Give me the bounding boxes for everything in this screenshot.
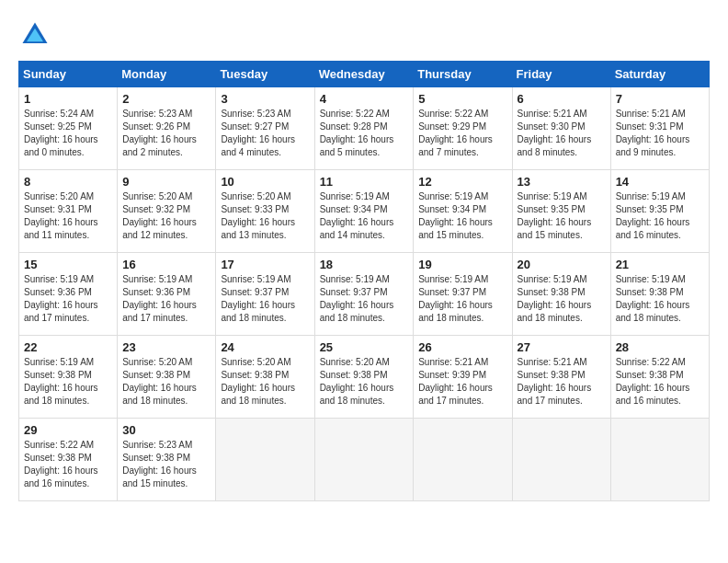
calendar-cell: 22 Sunrise: 5:19 AM Sunset: 9:38 PM Dayl… <box>19 336 118 419</box>
calendar-cell: 13 Sunrise: 5:19 AM Sunset: 9:35 PM Dayl… <box>512 170 610 253</box>
calendar-cell: 7 Sunrise: 5:21 AM Sunset: 9:31 PM Dayli… <box>610 87 709 170</box>
day-number: 12 <box>418 175 506 189</box>
day-number: 27 <box>518 340 606 354</box>
day-info: Sunrise: 5:20 AM Sunset: 9:31 PM Dayligh… <box>24 190 112 242</box>
day-number: 28 <box>616 340 704 354</box>
day-number: 25 <box>320 340 409 354</box>
day-info: Sunrise: 5:24 AM Sunset: 9:25 PM Dayligh… <box>24 108 112 159</box>
calendar-cell <box>314 419 414 501</box>
weekday-header-wednesday: Wednesday <box>314 62 414 87</box>
calendar-cell: 15 Sunrise: 5:19 AM Sunset: 9:36 PM Dayl… <box>19 253 118 336</box>
calendar-cell <box>414 419 512 501</box>
day-info: Sunrise: 5:20 AM Sunset: 9:38 PM Dayligh… <box>122 356 210 408</box>
day-number: 30 <box>122 423 210 437</box>
day-number: 21 <box>616 258 704 271</box>
calendar-cell: 27 Sunrise: 5:21 AM Sunset: 9:38 PM Dayl… <box>512 336 610 419</box>
header <box>18 18 710 52</box>
day-info: Sunrise: 5:23 AM Sunset: 9:38 PM Dayligh… <box>122 439 210 490</box>
day-number: 24 <box>221 340 309 354</box>
day-number: 20 <box>518 258 606 271</box>
week-row-3: 15 Sunrise: 5:19 AM Sunset: 9:36 PM Dayl… <box>19 253 710 336</box>
day-info: Sunrise: 5:21 AM Sunset: 9:31 PM Dayligh… <box>616 108 704 159</box>
day-info: Sunrise: 5:20 AM Sunset: 9:38 PM Dayligh… <box>221 356 309 408</box>
calendar-cell: 16 Sunrise: 5:19 AM Sunset: 9:36 PM Dayl… <box>118 253 216 336</box>
weekday-header-row: SundayMondayTuesdayWednesdayThursdayFrid… <box>19 62 710 87</box>
calendar-cell: 10 Sunrise: 5:20 AM Sunset: 9:33 PM Dayl… <box>216 170 314 253</box>
day-number: 13 <box>518 175 606 189</box>
calendar-cell: 4 Sunrise: 5:22 AM Sunset: 9:28 PM Dayli… <box>314 87 414 170</box>
day-number: 29 <box>24 423 112 437</box>
day-number: 3 <box>221 92 309 106</box>
day-number: 14 <box>616 175 704 189</box>
day-info: Sunrise: 5:19 AM Sunset: 9:37 PM Dayligh… <box>418 273 506 325</box>
day-number: 18 <box>320 258 409 271</box>
calendar-cell: 2 Sunrise: 5:23 AM Sunset: 9:26 PM Dayli… <box>118 87 216 170</box>
day-info: Sunrise: 5:21 AM Sunset: 9:38 PM Dayligh… <box>518 356 606 408</box>
calendar-cell: 20 Sunrise: 5:19 AM Sunset: 9:38 PM Dayl… <box>512 253 610 336</box>
day-number: 1 <box>24 92 112 106</box>
weekday-header-tuesday: Tuesday <box>216 62 314 87</box>
day-number: 22 <box>24 340 112 354</box>
calendar-cell: 1 Sunrise: 5:24 AM Sunset: 9:25 PM Dayli… <box>19 87 118 170</box>
day-number: 19 <box>418 258 506 271</box>
calendar-cell: 26 Sunrise: 5:21 AM Sunset: 9:39 PM Dayl… <box>414 336 512 419</box>
day-number: 16 <box>122 258 210 271</box>
day-number: 2 <box>122 92 210 106</box>
calendar-cell: 11 Sunrise: 5:19 AM Sunset: 9:34 PM Dayl… <box>314 170 414 253</box>
calendar-cell <box>216 419 314 501</box>
day-number: 9 <box>122 175 210 189</box>
day-info: Sunrise: 5:19 AM Sunset: 9:37 PM Dayligh… <box>320 273 409 325</box>
day-number: 6 <box>518 92 606 106</box>
calendar-cell: 28 Sunrise: 5:22 AM Sunset: 9:38 PM Dayl… <box>610 336 709 419</box>
calendar-cell: 19 Sunrise: 5:19 AM Sunset: 9:37 PM Dayl… <box>414 253 512 336</box>
weekday-header-thursday: Thursday <box>414 62 512 87</box>
day-info: Sunrise: 5:19 AM Sunset: 9:34 PM Dayligh… <box>418 190 506 242</box>
day-number: 7 <box>616 92 704 106</box>
day-info: Sunrise: 5:20 AM Sunset: 9:32 PM Dayligh… <box>122 190 210 242</box>
day-info: Sunrise: 5:19 AM Sunset: 9:36 PM Dayligh… <box>24 273 112 325</box>
day-info: Sunrise: 5:19 AM Sunset: 9:38 PM Dayligh… <box>616 273 704 325</box>
logo <box>18 18 57 52</box>
calendar-cell <box>610 419 709 501</box>
weekday-header-friday: Friday <box>512 62 610 87</box>
day-info: Sunrise: 5:19 AM Sunset: 9:34 PM Dayligh… <box>320 190 409 242</box>
weekday-header-sunday: Sunday <box>19 62 118 87</box>
day-number: 5 <box>418 92 506 106</box>
day-info: Sunrise: 5:20 AM Sunset: 9:38 PM Dayligh… <box>320 356 409 408</box>
day-info: Sunrise: 5:22 AM Sunset: 9:38 PM Dayligh… <box>616 356 704 408</box>
day-number: 4 <box>320 92 409 106</box>
week-row-5: 29 Sunrise: 5:22 AM Sunset: 9:38 PM Dayl… <box>19 419 710 501</box>
calendar-cell: 3 Sunrise: 5:23 AM Sunset: 9:27 PM Dayli… <box>216 87 314 170</box>
day-info: Sunrise: 5:19 AM Sunset: 9:37 PM Dayligh… <box>221 273 309 325</box>
day-number: 8 <box>24 175 112 189</box>
calendar-cell: 12 Sunrise: 5:19 AM Sunset: 9:34 PM Dayl… <box>414 170 512 253</box>
day-info: Sunrise: 5:19 AM Sunset: 9:36 PM Dayligh… <box>122 273 210 325</box>
calendar-cell: 25 Sunrise: 5:20 AM Sunset: 9:38 PM Dayl… <box>314 336 414 419</box>
day-info: Sunrise: 5:22 AM Sunset: 9:38 PM Dayligh… <box>24 439 112 490</box>
calendar-cell <box>512 419 610 501</box>
week-row-2: 8 Sunrise: 5:20 AM Sunset: 9:31 PM Dayli… <box>19 170 710 253</box>
week-row-4: 22 Sunrise: 5:19 AM Sunset: 9:38 PM Dayl… <box>19 336 710 419</box>
day-info: Sunrise: 5:22 AM Sunset: 9:28 PM Dayligh… <box>320 108 409 159</box>
day-info: Sunrise: 5:19 AM Sunset: 9:38 PM Dayligh… <box>518 273 606 325</box>
day-info: Sunrise: 5:19 AM Sunset: 9:35 PM Dayligh… <box>518 190 606 242</box>
logo-icon <box>18 18 51 52</box>
day-number: 26 <box>418 340 506 354</box>
day-number: 15 <box>24 258 112 271</box>
day-info: Sunrise: 5:21 AM Sunset: 9:39 PM Dayligh… <box>418 356 506 408</box>
day-number: 10 <box>221 175 309 189</box>
calendar-cell: 23 Sunrise: 5:20 AM Sunset: 9:38 PM Dayl… <box>118 336 216 419</box>
calendar-cell: 5 Sunrise: 5:22 AM Sunset: 9:29 PM Dayli… <box>414 87 512 170</box>
calendar-cell: 24 Sunrise: 5:20 AM Sunset: 9:38 PM Dayl… <box>216 336 314 419</box>
weekday-header-monday: Monday <box>118 62 216 87</box>
calendar-cell: 29 Sunrise: 5:22 AM Sunset: 9:38 PM Dayl… <box>19 419 118 501</box>
day-number: 23 <box>122 340 210 354</box>
calendar-cell: 17 Sunrise: 5:19 AM Sunset: 9:37 PM Dayl… <box>216 253 314 336</box>
day-info: Sunrise: 5:19 AM Sunset: 9:38 PM Dayligh… <box>24 356 112 408</box>
calendar: SundayMondayTuesdayWednesdayThursdayFrid… <box>18 61 710 501</box>
calendar-cell: 30 Sunrise: 5:23 AM Sunset: 9:38 PM Dayl… <box>118 419 216 501</box>
weekday-header-saturday: Saturday <box>610 62 709 87</box>
day-info: Sunrise: 5:21 AM Sunset: 9:30 PM Dayligh… <box>518 108 606 159</box>
calendar-cell: 21 Sunrise: 5:19 AM Sunset: 9:38 PM Dayl… <box>610 253 709 336</box>
calendar-cell: 8 Sunrise: 5:20 AM Sunset: 9:31 PM Dayli… <box>19 170 118 253</box>
